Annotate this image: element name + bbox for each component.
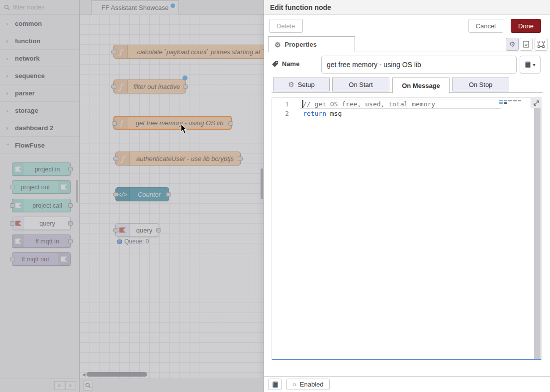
enabled-toggle-button[interactable]: ○ Enabled — [286, 379, 330, 390]
properties-view-button[interactable]: ⚙ — [506, 38, 519, 51]
cancel-button[interactable]: Cancel — [468, 19, 503, 33]
scroll-left-arrow-icon[interactable]: ◀ — [82, 372, 86, 377]
output-port[interactable] — [228, 121, 233, 126]
editor-expand-button[interactable] — [531, 98, 541, 108]
name-label: Name — [272, 60, 299, 68]
tab-properties[interactable]: ⚙ Properties — [268, 36, 355, 52]
circle-icon: ○ — [292, 381, 296, 388]
output-port[interactable] — [238, 157, 243, 161]
node-label: Counter — [130, 191, 169, 198]
gear-icon: ⚙ — [509, 41, 516, 48]
editor-scrollbar[interactable] — [534, 108, 541, 359]
palette-search[interactable] — [0, 0, 79, 15]
flow-tab-label: FF Assistant Showcase — [101, 4, 169, 11]
palette-footer: « » — [0, 379, 79, 392]
flow-canvas[interactable]: FF Assistant Showcase ƒ calculate `paylo… — [80, 0, 264, 392]
caret-down-icon: ▾ — [533, 62, 535, 68]
zoom-search-button[interactable] — [83, 381, 93, 391]
node-calculate-primes[interactable]: ƒ calculate `payload.count` primes start… — [113, 45, 264, 59]
output-port[interactable] — [68, 239, 73, 243]
tab-setup[interactable]: ⚙ Setup — [273, 78, 330, 91]
output-port[interactable] — [156, 228, 161, 233]
category-label: function — [15, 37, 40, 45]
tab-label: On Stop — [469, 81, 493, 88]
canvas-horizontal-scrollbar[interactable]: ◀ — [80, 372, 264, 378]
node-label: authenticateUser - use lib bcryptjs — [130, 155, 240, 162]
expand-icon — [534, 100, 539, 106]
library-dropdown-button[interactable]: ▾ — [520, 56, 541, 74]
input-port[interactable] — [111, 50, 116, 54]
appearance-view-button[interactable] — [535, 38, 548, 51]
library-button[interactable] — [268, 379, 282, 390]
modified-dot — [183, 76, 187, 80]
node-filter-out-inactive[interactable]: ƒ filter out inactive — [113, 79, 186, 93]
palette-category-network[interactable]: ›network — [0, 50, 79, 67]
collapse-all-button[interactable]: « — [54, 381, 65, 390]
input-port[interactable] — [10, 257, 14, 261]
node-get-free-memory[interactable]: ƒ get free memory - using OS lib — [113, 116, 232, 130]
input-port[interactable] — [10, 185, 14, 189]
done-button[interactable]: Done — [511, 19, 541, 33]
output-port[interactable] — [166, 192, 171, 197]
input-port[interactable] — [10, 203, 14, 208]
palette-node-label: query — [24, 220, 70, 227]
palette-category-sequence[interactable]: ›sequence — [0, 67, 79, 84]
delete-button[interactable]: Delete — [269, 19, 303, 33]
palette-category-flowfuse[interactable]: ›FlowFuse — [0, 137, 79, 154]
description-view-button[interactable] — [520, 38, 533, 51]
input-port[interactable] — [113, 192, 118, 197]
category-label: sequence — [15, 72, 45, 79]
palette-node-label: ff mqtt in — [24, 238, 70, 245]
node-authenticate-user[interactable]: ƒ authenticateUser - use lib bcryptjs — [115, 152, 241, 165]
input-port[interactable] — [111, 84, 116, 89]
flow-tab[interactable]: FF Assistant Showcase — [91, 0, 179, 14]
edit-tray: Edit function node Delete Cancel Done ⚙ … — [264, 0, 550, 392]
palette-filter-input[interactable] — [13, 3, 73, 11]
input-port[interactable] — [113, 228, 118, 233]
palette-scrollbar[interactable] — [76, 180, 78, 203]
output-port[interactable] — [68, 221, 73, 226]
output-port[interactable] — [183, 84, 188, 89]
category-label: FlowFuse — [15, 142, 45, 149]
palette-node-project-out[interactable]: project out — [12, 180, 71, 194]
chevron-right-icon: › — [6, 89, 10, 97]
palette-node-project-call[interactable]: project call — [12, 199, 71, 212]
chevron-right-icon: › — [6, 37, 10, 45]
canvas-vertical-scrollbar[interactable] — [260, 14, 264, 379]
palette-category-dashboard2[interactable]: ›dashboard 2 — [0, 119, 79, 137]
gear-icon: ⚙ — [275, 41, 281, 48]
node-counter[interactable]: </> Counter — [115, 187, 169, 201]
scrollbar-thumb[interactable] — [87, 372, 147, 377]
appearance-frame-icon — [538, 41, 545, 48]
tab-on-message[interactable]: On Message — [392, 78, 450, 93]
input-port[interactable] — [113, 157, 118, 161]
palette-node-ff-mqtt-out[interactable]: ff mqtt out — [12, 252, 71, 266]
tab-on-stop[interactable]: On Stop — [452, 78, 509, 91]
palette-category-storage[interactable]: ›storage — [0, 102, 79, 119]
palette-node-ff-mqtt-in[interactable]: ff mqtt in — [12, 235, 71, 248]
function-tabs: ⚙ Setup On Start On Message On Stop — [264, 78, 550, 93]
category-label: network — [15, 55, 40, 62]
code-line: // get OS free, used, total memory — [303, 99, 435, 109]
scrollbar-thumb[interactable] — [261, 168, 263, 199]
palette-category-function[interactable]: ›function — [0, 32, 79, 50]
tab-label: On Start — [349, 81, 372, 88]
tab-label: Properties — [285, 41, 317, 48]
palette-category-common[interactable]: ›common — [0, 15, 79, 32]
output-port[interactable] — [68, 167, 73, 171]
input-port[interactable] — [112, 121, 117, 126]
name-input[interactable] — [321, 56, 517, 74]
palette-node-query[interactable]: query — [12, 217, 71, 230]
expand-all-button[interactable]: » — [65, 381, 76, 390]
input-port[interactable] — [10, 221, 14, 226]
chevron-right-icon: › — [6, 107, 10, 114]
code-editor[interactable]: 1 2 // get OS free, used, total memory r… — [272, 97, 542, 360]
palette-node-project-in[interactable]: project in — [12, 162, 71, 176]
tab-on-start[interactable]: On Start — [332, 78, 389, 91]
category-label: dashboard 2 — [15, 124, 53, 132]
palette-category-parser[interactable]: ›parser — [0, 84, 79, 102]
flowfuse-icon — [12, 163, 24, 175]
node-query[interactable]: query — [115, 223, 159, 237]
text-caret — [302, 100, 303, 108]
output-port[interactable] — [68, 203, 73, 208]
